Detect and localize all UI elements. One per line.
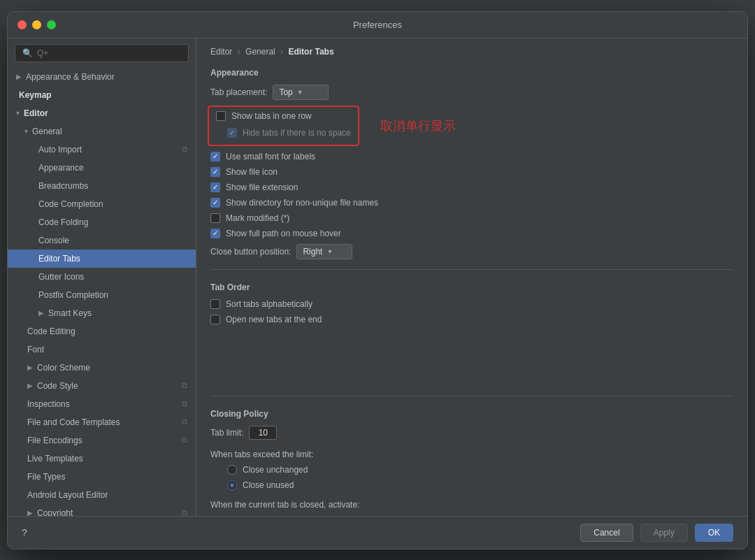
tab-placement-row: Tab placement: Top ▼ xyxy=(210,82,733,103)
tab-order-section-title: Tab Order xyxy=(196,277,747,296)
close-button-position-row: Close button position: Right ▼ xyxy=(210,241,733,262)
sidebar-item-gutter-icons[interactable]: Gutter Icons xyxy=(8,268,196,286)
sidebar-item-file-code-templates[interactable]: File and Code Templates ⧉ xyxy=(8,413,196,431)
sidebar-item-font[interactable]: Font xyxy=(8,340,196,359)
tab-limit-input[interactable] xyxy=(249,426,277,440)
arrow-icon: ▶ xyxy=(27,362,33,373)
sidebar-label: Gutter Icons xyxy=(38,271,84,283)
sidebar-item-editor-tabs[interactable]: Editor Tabs xyxy=(8,250,196,268)
close-button-position-label: Close button position: xyxy=(210,247,291,257)
tab-placement-dropdown[interactable]: Top ▼ xyxy=(273,85,329,100)
sidebar-item-appearance[interactable]: Appearance xyxy=(8,159,196,177)
close-unused-row[interactable]: Close unused xyxy=(210,478,733,493)
hide-tabs-row[interactable]: Hide tabs if there is no space xyxy=(216,125,351,141)
open-new-end-label: Open new tabs at the end xyxy=(226,315,322,324)
use-small-font-checkbox[interactable] xyxy=(210,152,220,161)
mark-modified-checkbox[interactable] xyxy=(210,213,220,223)
close-button-position-dropdown[interactable]: Right ▼ xyxy=(296,244,352,259)
sort-alphabetically-checkbox[interactable] xyxy=(210,299,220,309)
copy-icon: ⧉ xyxy=(182,398,187,410)
open-new-end-row[interactable]: Open new tabs at the end xyxy=(210,312,733,327)
sidebar-label: Copyright xyxy=(37,507,73,516)
sidebar-item-auto-import[interactable]: Auto Import ⧉ xyxy=(8,141,196,159)
mark-modified-row[interactable]: Mark modified (*) xyxy=(210,210,733,226)
search-box[interactable]: 🔍 xyxy=(15,44,189,62)
sidebar-item-inspections[interactable]: Inspections ⧉ xyxy=(8,395,196,413)
arrow-icon: ▶ xyxy=(27,380,33,391)
sidebar-item-code-editing[interactable]: Code Editing xyxy=(8,322,196,340)
hide-tabs-checkbox[interactable] xyxy=(227,128,237,138)
closing-policy-settings: Tab limit: When tabs exceed the limit: C… xyxy=(196,423,747,516)
show-directory-row[interactable]: Show directory for non-unique file names xyxy=(210,195,733,210)
sidebar-label: Keymap xyxy=(19,89,52,101)
sidebar-label: Editor xyxy=(24,107,48,120)
sort-alphabetically-label: Sort tabs alphabetically xyxy=(226,299,312,309)
sidebar-label: Live Templates xyxy=(27,452,83,465)
window-title: Preferences xyxy=(353,20,402,30)
close-unused-radio[interactable] xyxy=(227,480,237,490)
sidebar-item-file-types[interactable]: File Types xyxy=(8,468,196,486)
close-unchanged-label: Close unchanged xyxy=(243,465,308,475)
sidebar-item-android-layout-editor[interactable]: Android Layout Editor xyxy=(8,486,196,504)
sidebar-item-smart-keys[interactable]: ▶ Smart Keys xyxy=(8,304,196,322)
cancel-button[interactable]: Cancel xyxy=(580,524,633,542)
sidebar-label: Code Completion xyxy=(38,198,103,210)
sidebar-item-code-style[interactable]: ▶ Code Style ⧉ xyxy=(8,377,196,395)
maximize-button[interactable] xyxy=(47,20,56,29)
tab-limit-label: Tab limit: xyxy=(210,428,243,438)
use-small-font-row[interactable]: Use small font for labels xyxy=(210,149,733,164)
search-input[interactable] xyxy=(37,48,181,58)
sidebar-label: Smart Keys xyxy=(48,307,92,320)
divider-2 xyxy=(210,396,733,396)
sidebar-item-console[interactable]: Console xyxy=(8,231,196,250)
apply-button[interactable]: Apply xyxy=(640,524,688,542)
show-full-path-row[interactable]: Show full path on mouse hover xyxy=(210,226,733,241)
show-file-ext-row[interactable]: Show file extension xyxy=(210,180,733,195)
sidebar-item-breadcrumbs[interactable]: Breadcrumbs xyxy=(8,177,196,195)
breadcrumb-editor: Editor xyxy=(210,47,232,57)
tab-placement-value: Top xyxy=(279,87,292,97)
sidebar: 🔍 ▶ Appearance & Behavior Keymap ▾ Edito… xyxy=(8,38,196,516)
sidebar-label: General xyxy=(32,125,62,138)
show-tabs-row[interactable]: Show tabs in one row xyxy=(216,111,351,121)
show-directory-checkbox[interactable] xyxy=(210,198,220,208)
open-new-end-checkbox[interactable] xyxy=(210,315,220,324)
show-file-icon-checkbox[interactable] xyxy=(210,167,220,177)
tab-placement-label: Tab placement: xyxy=(210,87,267,97)
sidebar-item-color-scheme[interactable]: ▶ Color Scheme xyxy=(8,359,196,377)
breadcrumb-current: Editor Tabs xyxy=(288,47,333,57)
close-unused-label: Close unused xyxy=(243,480,294,490)
copy-icon: ⧉ xyxy=(182,143,187,155)
show-file-ext-checkbox[interactable] xyxy=(210,182,220,192)
sidebar-item-general[interactable]: ▾ General xyxy=(8,122,196,141)
show-file-icon-row[interactable]: Show file icon xyxy=(210,164,733,180)
show-tabs-checkbox[interactable] xyxy=(216,111,226,121)
sort-alphabetically-row[interactable]: Sort tabs alphabetically xyxy=(210,296,733,312)
copy-icon: ⧉ xyxy=(182,434,187,446)
show-full-path-label: Show full path on mouse hover xyxy=(226,229,341,238)
sidebar-item-code-completion[interactable]: Code Completion xyxy=(8,195,196,213)
preferences-window: Preferences 🔍 ▶ Appearance & Behavior Ke… xyxy=(7,11,748,550)
ok-button[interactable]: OK xyxy=(695,524,733,542)
sidebar-item-code-folding[interactable]: Code Folding xyxy=(8,213,196,231)
sidebar-item-postfix-completion[interactable]: Postfix Completion xyxy=(8,286,196,304)
exceed-limit-label-row: When tabs exceed the limit: xyxy=(210,447,733,462)
sidebar-label: File and Code Templates xyxy=(27,416,120,429)
show-file-ext-label: Show file extension xyxy=(226,182,298,192)
sidebar-item-copyright[interactable]: ▶ Copyright ⧉ xyxy=(8,504,196,516)
sidebar-item-editor[interactable]: ▾ Editor xyxy=(8,104,196,122)
sidebar-item-live-templates[interactable]: Live Templates xyxy=(8,450,196,468)
close-unchanged-radio[interactable] xyxy=(227,465,237,475)
mark-modified-label: Mark modified (*) xyxy=(226,213,289,223)
sidebar-label: Code Folding xyxy=(38,216,88,229)
sidebar-item-keymap[interactable]: Keymap xyxy=(8,86,196,104)
closing-policy-section-title: Closing Policy xyxy=(196,403,747,423)
sidebar-item-appearance-behavior[interactable]: ▶ Appearance & Behavior xyxy=(8,68,196,86)
sidebar-item-file-encodings[interactable]: File Encodings ⧉ xyxy=(8,431,196,450)
appearance-section-title: Appearance xyxy=(196,62,747,82)
show-full-path-checkbox[interactable] xyxy=(210,229,220,238)
close-unchanged-row[interactable]: Close unchanged xyxy=(210,462,733,478)
help-button[interactable]: ? xyxy=(22,527,27,538)
minimize-button[interactable] xyxy=(32,20,41,29)
close-button[interactable] xyxy=(17,20,27,29)
